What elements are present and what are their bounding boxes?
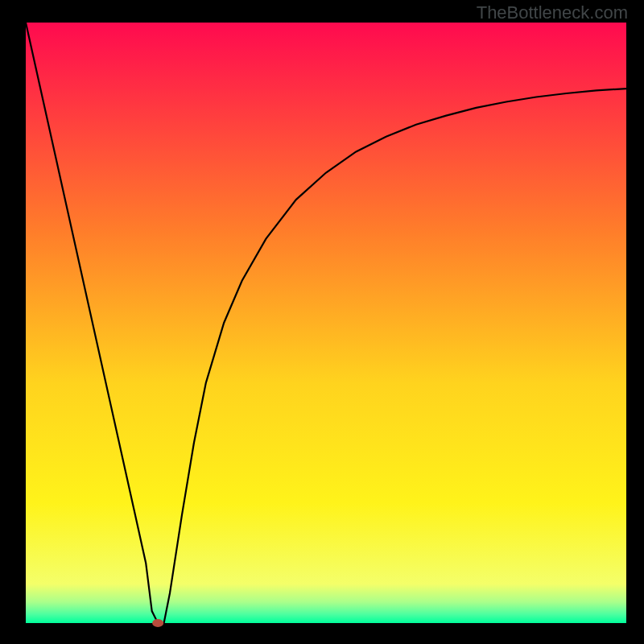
plot-area [26, 23, 626, 623]
watermark-text: TheBottleneck.com [477, 2, 628, 23]
chart-svg [0, 0, 644, 644]
minimum-marker [152, 619, 163, 627]
chart-container: { "watermark": "TheBottleneck.com", "cha… [0, 0, 644, 644]
